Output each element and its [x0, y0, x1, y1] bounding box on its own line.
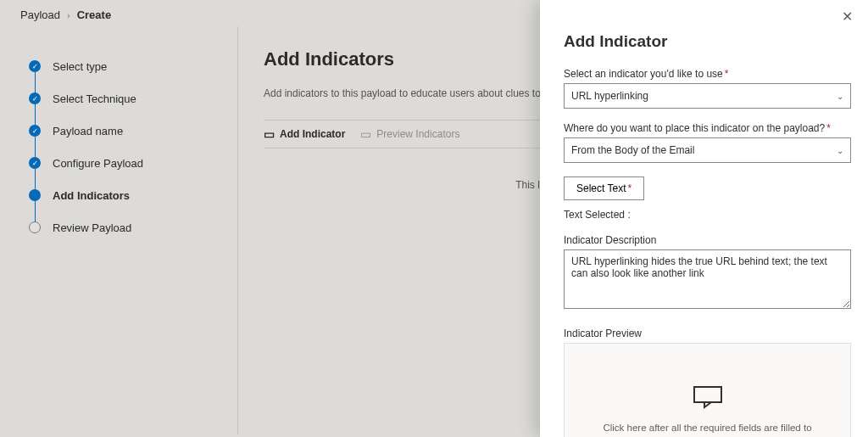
- wizard-step-payload-name[interactable]: ✓ Payload name: [29, 115, 220, 147]
- add-indicator-panel: ✕ Add Indicator Select an indicator you'…: [540, 0, 868, 437]
- preview-indicators-button[interactable]: ▭ Preview Indicators: [360, 127, 459, 141]
- chevron-right-icon: ›: [67, 10, 70, 20]
- preview-hint-text: Click here after all the required fields…: [595, 421, 820, 437]
- checkmark-icon: ✓: [29, 60, 41, 72]
- select-indicator-dropdown[interactable]: URL hyperlinking ⌄: [564, 83, 851, 109]
- current-step-icon: [29, 189, 41, 201]
- breadcrumb-current: Create: [77, 8, 111, 21]
- select-text-button[interactable]: Select Text*: [564, 176, 644, 200]
- chat-icon: ▭: [264, 127, 275, 141]
- chevron-down-icon: ⌄: [837, 146, 843, 155]
- indicator-description-input[interactable]: [564, 249, 851, 309]
- text-selected-label: Text Selected :: [564, 209, 851, 221]
- breadcrumb-parent[interactable]: Payload: [20, 8, 60, 21]
- indicator-preview-box[interactable]: Click here after all the required fields…: [564, 343, 851, 437]
- select-indicator-label: Select an indicator you'd like to use*: [564, 68, 851, 80]
- chat-icon: ▭: [360, 127, 371, 141]
- indicator-preview-label: Indicator Preview: [564, 328, 851, 339]
- wizard-step-configure-payload[interactable]: ✓ Configure Payload: [29, 147, 220, 179]
- speech-bubble-icon: [693, 385, 723, 409]
- chevron-down-icon: ⌄: [837, 92, 843, 101]
- checkmark-icon: ✓: [29, 92, 41, 104]
- checkmark-icon: ✓: [29, 157, 41, 169]
- close-icon: ✕: [842, 9, 853, 24]
- pending-step-icon: [29, 221, 41, 233]
- wizard-step-select-type[interactable]: ✓ Select type: [29, 50, 220, 82]
- wizard-step-add-indicators[interactable]: Add Indicators: [29, 179, 220, 211]
- wizard-steps: ✓ Select type ✓ Select Technique ✓ Paylo…: [0, 26, 237, 434]
- add-indicator-button[interactable]: ▭ Add Indicator: [264, 127, 345, 141]
- place-indicator-dropdown[interactable]: From the Body of the Email ⌄: [564, 137, 851, 163]
- place-indicator-label: Where do you want to place this indicato…: [564, 122, 851, 134]
- wizard-step-review-payload[interactable]: Review Payload: [29, 211, 220, 244]
- close-button[interactable]: ✕: [842, 10, 853, 24]
- wizard-step-select-technique[interactable]: ✓ Select Technique: [29, 82, 220, 115]
- svg-rect-0: [694, 387, 721, 402]
- indicator-description-label: Indicator Description: [564, 234, 851, 246]
- panel-title: Add Indicator: [564, 32, 851, 51]
- checkmark-icon: ✓: [29, 125, 41, 137]
